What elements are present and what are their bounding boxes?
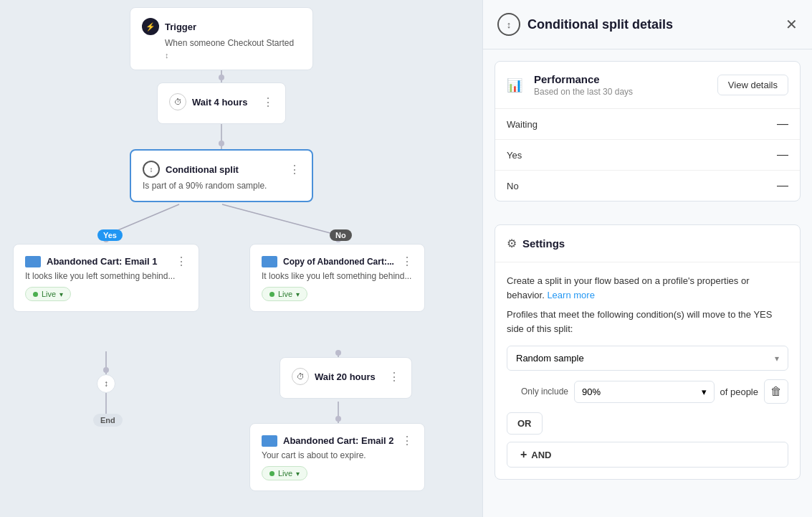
trigger-icon: ⚡ — [142, 18, 159, 35]
wait-4h-title: Wait 4 hours — [192, 97, 257, 108]
email2-node[interactable]: Copy of Abandoned Cart:... ⋮ It looks li… — [249, 244, 425, 312]
svg-point-10 — [219, 75, 224, 80]
of-people-label: of people — [720, 386, 759, 397]
conditional-split-node[interactable]: ↕ Conditional split ⋮ Is part of a 90% r… — [130, 149, 313, 202]
performance-subtitle: Based on the last 30 days — [534, 87, 633, 97]
settings-desc1: Create a split in your flow based on a p… — [507, 274, 788, 302]
email2-status-label: Live — [278, 290, 292, 298]
perf-yes-value: — — [777, 148, 788, 161]
email3-title: Abandoned Cart: Email 2 — [283, 435, 396, 446]
email3-node[interactable]: Abandoned Cart: Email 2 ⋮ Your cart is a… — [249, 423, 425, 491]
perf-waiting-label: Waiting — [507, 119, 538, 130]
email2-desc: It looks like you left something behind.… — [262, 271, 413, 281]
email3-status-label: Live — [278, 469, 292, 478]
settings-desc2: Profiles that meet the following conditi… — [507, 308, 788, 336]
email1-node[interactable]: Abandoned Cart: Email 1 ⋮ It looks like … — [13, 244, 199, 312]
end-badge: End — [93, 414, 123, 427]
perf-yes-row: Yes — — [495, 140, 800, 171]
email1-title: Abandoned Cart: Email 1 — [47, 256, 170, 267]
panel-header: ↕ Conditional split details ✕ — [483, 0, 812, 49]
perf-no-label: No — [507, 181, 519, 191]
live-dot-2 — [269, 292, 274, 297]
perf-no-value: — — [777, 179, 788, 192]
email1-desc: It looks like you left something behind.… — [25, 271, 187, 281]
email1-status-label: Live — [42, 290, 56, 298]
delete-filter-button[interactable]: 🗑 — [764, 379, 788, 404]
email2-icon — [262, 256, 277, 267]
split-menu[interactable]: ⋮ — [289, 163, 300, 176]
wait-20h-title: Wait 20 hours — [315, 371, 383, 382]
email3-chevron: ▾ — [296, 470, 300, 478]
settings-title: Settings — [522, 237, 565, 250]
split-desc: Is part of a 90% random sample. — [143, 181, 300, 191]
trigger-title: Trigger — [165, 22, 301, 32]
email2-status[interactable]: Live ▾ — [262, 287, 307, 301]
live-dot-3 — [269, 471, 274, 476]
svg-point-11 — [219, 141, 224, 146]
view-details-button[interactable]: View details — [717, 75, 788, 95]
split-icon: ↕ — [143, 161, 160, 178]
email2-menu[interactable]: ⋮ — [401, 255, 413, 268]
percent-chevron: ▾ — [702, 386, 707, 397]
email1-icon — [25, 256, 41, 267]
trigger-node[interactable]: ⚡ Trigger When someone Checkout Started … — [130, 7, 313, 70]
close-button[interactable]: ✕ — [785, 17, 798, 32]
performance-title: Performance — [534, 73, 633, 85]
perf-waiting-value: — — [777, 118, 788, 131]
and-button[interactable]: + AND — [507, 442, 788, 468]
wait-4h-node[interactable]: ⏱ Wait 4 hours ⋮ — [157, 82, 286, 124]
learn-more-link[interactable]: Learn more — [547, 290, 594, 300]
email3-icon — [262, 435, 277, 447]
email3-status[interactable]: Live ▾ — [262, 466, 307, 480]
svg-point-14 — [103, 367, 109, 373]
wait2-menu[interactable]: ⋮ — [388, 370, 400, 384]
email3-menu[interactable]: ⋮ — [401, 434, 413, 447]
split-title: Conditional split — [166, 164, 283, 175]
email1-status[interactable]: Live ▾ — [25, 287, 71, 301]
reconnect-icon: ↕ — [97, 374, 115, 393]
and-plus-icon: + — [520, 448, 527, 461]
performance-icon: 📊 — [507, 77, 522, 93]
filter-row: Only include 90% ▾ of people 🗑 — [507, 379, 788, 404]
wait2-icon: ⏱ — [292, 368, 309, 385]
performance-header: 📊 Performance Based on the last 30 days … — [495, 62, 800, 109]
flow-canvas: ⚡ Trigger When someone Checkout Started … — [0, 0, 482, 517]
percent-dropdown[interactable]: 90% ▾ — [574, 381, 714, 403]
svg-point-16 — [335, 416, 341, 422]
conditional-split-panel: ↕ Conditional split details ✕ 📊 Performa… — [482, 0, 812, 517]
email1-chevron: ▾ — [59, 290, 63, 298]
settings-body: Create a split in your flow based on a p… — [495, 262, 800, 479]
random-sample-dropdown[interactable]: Random sample ▾ — [507, 346, 788, 371]
dropdown-chevron: ▾ — [775, 354, 779, 364]
yes-badge: Yes — [97, 229, 123, 241]
or-button[interactable]: OR — [507, 412, 543, 435]
wait-4h-menu[interactable]: ⋮ — [262, 95, 274, 109]
wait-icon: ⏱ — [169, 93, 186, 110]
performance-title-wrap: 📊 Performance Based on the last 30 days — [507, 73, 633, 97]
panel-header-icon: ↕ — [497, 13, 520, 36]
live-dot-1 — [33, 292, 38, 297]
trigger-badge: ↕ — [165, 51, 301, 60]
panel-title: Conditional split details — [527, 17, 778, 32]
no-badge: No — [330, 229, 352, 241]
percent-value: 90% — [582, 386, 601, 397]
perf-yes-label: Yes — [507, 150, 522, 161]
email3-desc: Your cart is about to expire. — [262, 450, 413, 460]
performance-section: 📊 Performance Based on the last 30 days … — [495, 61, 801, 201]
trash-icon: 🗑 — [770, 385, 782, 398]
perf-no-row: No — — [495, 171, 800, 201]
settings-header: ⚙ Settings — [495, 225, 800, 262]
email1-menu[interactable]: ⋮ — [176, 255, 187, 268]
random-sample-label: Random sample — [516, 353, 584, 364]
perf-waiting-row: Waiting — — [495, 109, 800, 140]
svg-point-15 — [335, 350, 341, 356]
action-row: OR — [507, 412, 788, 435]
svg-line-3 — [222, 204, 338, 235]
and-label: AND — [531, 450, 551, 460]
settings-section: ⚙ Settings Create a split in your flow b… — [495, 224, 801, 480]
trigger-subtitle: When someone Checkout Started — [165, 38, 301, 48]
wait-20h-node[interactable]: ⏱ Wait 20 hours ⋮ — [280, 357, 412, 399]
email2-title: Copy of Abandoned Cart:... — [283, 257, 396, 267]
settings-icon: ⚙ — [507, 237, 517, 250]
only-include-label: Only include — [521, 386, 568, 397]
